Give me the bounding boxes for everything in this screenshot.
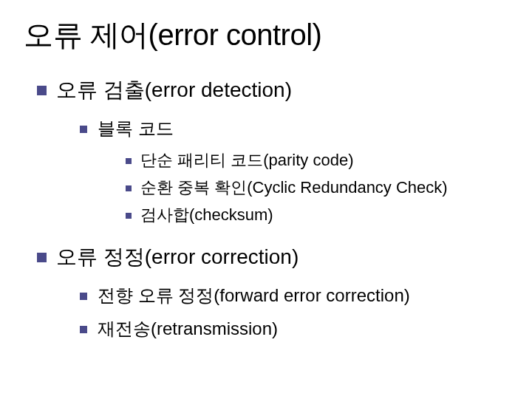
bullet-text: 블록 코드: [98, 118, 174, 138]
bullet-text: 재전송(retransmission): [98, 318, 278, 338]
bullet-level2: 재전송(retransmission): [24, 316, 508, 341]
square-bullet-icon: [37, 253, 47, 262]
bullet-text: 단순 패리티 코드(parity code): [140, 151, 354, 169]
bullet-text: 전향 오류 정정(forward error correction): [98, 285, 410, 305]
section-error-detection: 오류 검출(error detection) 블록 코드 단순 패리티 코드(p…: [24, 76, 508, 227]
bullet-level2: 블록 코드: [24, 116, 508, 141]
bullet-text: 오류 정정(error correction): [56, 245, 299, 268]
square-bullet-icon: [80, 293, 87, 300]
slide-title: 오류 제어(error control): [24, 15, 508, 55]
bullet-level3: 단순 패리티 코드(parity code): [24, 149, 508, 172]
bullet-text: 검사합(checksum): [140, 205, 273, 224]
slide: 오류 제어(error control) 오류 검출(error detecti…: [0, 0, 532, 399]
square-bullet-icon: [126, 213, 132, 219]
section-error-correction: 오류 정정(error correction) 전향 오류 정정(forward…: [24, 243, 508, 341]
bullet-text: 오류 검출(error detection): [56, 78, 292, 101]
bullet-level3: 검사합(checksum): [24, 204, 508, 227]
square-bullet-icon: [126, 158, 132, 164]
bullet-text: 순환 중복 확인(Cyclic Redundancy Check): [140, 178, 448, 197]
bullet-level1: 오류 정정(error correction): [24, 243, 508, 271]
square-bullet-icon: [80, 326, 87, 333]
bullet-level2: 전향 오류 정정(forward error correction): [24, 283, 508, 308]
bullet-level3: 순환 중복 확인(Cyclic Redundancy Check): [24, 177, 508, 200]
square-bullet-icon: [126, 185, 132, 191]
square-bullet-icon: [80, 126, 87, 133]
bullet-level1: 오류 검출(error detection): [24, 76, 508, 104]
square-bullet-icon: [37, 86, 47, 95]
